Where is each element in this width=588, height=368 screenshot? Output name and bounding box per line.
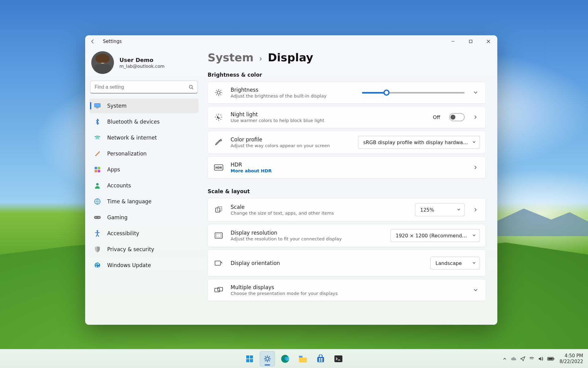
night-light-toggle[interactable] <box>449 113 465 121</box>
tray-onedrive-icon[interactable] <box>511 357 517 361</box>
scale-icon <box>213 206 224 214</box>
svg-rect-26 <box>216 234 221 237</box>
color-profile-dropdown[interactable]: sRGB display profile with display hardwa… <box>358 136 480 149</box>
svg-rect-37 <box>299 356 303 358</box>
card-resolution: Display resolution Adjust the resolution… <box>208 224 486 247</box>
multiple-displays-icon <box>213 287 224 293</box>
sidebar-item-apps[interactable]: Apps <box>89 162 198 177</box>
taskbar-clock[interactable]: 4:50 PM 8/22/2022 <box>560 353 583 365</box>
setting-subtitle: Adjust the way colors appear on your scr… <box>231 143 330 148</box>
sidebar-item-bluetooth[interactable]: Bluetooth & devices <box>89 114 198 129</box>
sidebar-item-update[interactable]: Windows Update <box>89 258 198 273</box>
hdr-icon: HDR <box>213 164 224 171</box>
svg-rect-27 <box>215 261 221 265</box>
search-container <box>90 81 198 94</box>
user-card[interactable]: User Demo m_lab@outlook.com <box>89 49 198 79</box>
svg-point-6 <box>99 151 100 152</box>
tray-battery-icon[interactable] <box>547 357 555 361</box>
sidebar-item-label: Gaming <box>107 214 127 220</box>
sidebar-item-gaming[interactable]: Gaming <box>89 210 198 225</box>
chevron-right-icon: › <box>259 54 262 63</box>
setting-subtitle: Adjust the resolution to fit your connec… <box>231 236 342 241</box>
scale-dropdown[interactable]: 125% <box>415 203 465 216</box>
search-input[interactable] <box>90 81 198 94</box>
user-name: User Demo <box>119 57 165 63</box>
sidebar-item-label: Privacy & security <box>107 246 154 252</box>
sidebar-item-accounts[interactable]: Accounts <box>89 178 198 193</box>
setting-title: Display resolution <box>231 230 342 236</box>
svg-text:HDR: HDR <box>215 166 222 169</box>
setting-subtitle: Choose the presentation mode for your di… <box>231 291 337 296</box>
tray-location-icon[interactable] <box>520 356 525 361</box>
globe-clock-icon <box>94 198 101 205</box>
card-scale[interactable]: Scale Change the size of text, apps, and… <box>208 198 486 221</box>
taskbar-app-edge[interactable] <box>277 351 293 366</box>
taskbar-app-terminal[interactable] <box>331 351 346 366</box>
sidebar-item-time-language[interactable]: Time & language <box>89 194 198 209</box>
setting-title: Multiple displays <box>231 284 337 290</box>
navigate-button[interactable] <box>471 115 480 119</box>
svg-rect-0 <box>469 40 472 43</box>
update-icon <box>94 262 101 269</box>
card-night-light[interactable]: Night light Use warmer colors to help bl… <box>208 106 486 128</box>
taskbar-app-explorer[interactable] <box>295 351 311 366</box>
resolution-dropdown[interactable]: 588 × 368 (Recommended) <box>390 229 480 242</box>
card-multiple-displays[interactable]: Multiple displays Choose the presentatio… <box>208 279 486 301</box>
sidebar-item-label: Accessibility <box>107 230 139 236</box>
sidebar-item-personalization[interactable]: Personalization <box>89 146 198 161</box>
section-title-scale: Scale & layout <box>208 188 486 194</box>
maximize-button[interactable] <box>462 35 480 48</box>
taskbar-date: 8/22/2022 <box>560 359 583 365</box>
tray-overflow-icon[interactable] <box>503 357 507 361</box>
user-email: m_lab@outlook.com <box>119 64 165 69</box>
card-hdr[interactable]: HDR HDR More about HDR <box>208 156 486 178</box>
minimize-button[interactable] <box>444 35 462 48</box>
svg-rect-33 <box>250 359 253 362</box>
expand-button[interactable] <box>471 90 480 95</box>
chevron-down-icon <box>457 208 461 212</box>
brightness-slider[interactable] <box>362 92 465 94</box>
svg-rect-24 <box>217 207 222 211</box>
sidebar: User Demo m_lab@outlook.com System <box>85 48 203 325</box>
svg-point-15 <box>99 217 100 218</box>
sidebar-item-system[interactable]: System <box>89 98 198 113</box>
sidebar-item-network[interactable]: Network & internet <box>89 130 198 145</box>
toggle-state-label: Off <box>433 114 440 120</box>
monitor-icon <box>94 102 101 109</box>
settings-window: Settings User Demo m_lab@outlook.com <box>85 35 497 325</box>
sidebar-item-accessibility[interactable]: Accessibility <box>89 226 198 241</box>
svg-rect-41 <box>319 360 320 362</box>
svg-rect-43 <box>334 355 342 362</box>
svg-rect-13 <box>94 216 101 219</box>
close-button[interactable] <box>480 35 497 48</box>
expand-button[interactable] <box>471 288 480 292</box>
taskbar-app-store[interactable] <box>313 351 328 366</box>
svg-rect-40 <box>321 358 322 360</box>
svg-point-11 <box>96 183 99 186</box>
tray-volume-icon[interactable] <box>538 356 544 361</box>
sidebar-item-privacy[interactable]: Privacy & security <box>89 242 198 257</box>
setting-title: HDR <box>231 162 272 168</box>
orientation-dropdown[interactable]: Landscape <box>430 257 480 270</box>
tray-wifi-icon[interactable] <box>529 357 534 361</box>
svg-rect-8 <box>98 167 100 169</box>
slider-thumb[interactable] <box>383 90 390 96</box>
sidebar-item-label: Personalization <box>107 151 147 157</box>
svg-rect-46 <box>554 358 554 359</box>
taskbar-center <box>242 351 346 366</box>
accessibility-icon <box>94 230 101 237</box>
taskbar-time: 4:50 PM <box>560 353 583 359</box>
setting-title: Display orientation <box>231 260 280 266</box>
more-about-hdr-link[interactable]: More about HDR <box>231 168 272 173</box>
taskbar-app-settings[interactable] <box>260 351 275 366</box>
navigate-button[interactable] <box>471 208 480 212</box>
back-button[interactable] <box>89 38 96 45</box>
navigate-button[interactable] <box>471 165 480 170</box>
chevron-down-icon <box>472 140 476 144</box>
sun-icon <box>213 89 224 97</box>
start-button[interactable] <box>242 351 257 366</box>
svg-rect-31 <box>250 355 253 358</box>
bluetooth-icon <box>94 118 101 125</box>
svg-point-34 <box>266 357 269 360</box>
breadcrumb-parent[interactable]: System <box>208 51 254 64</box>
